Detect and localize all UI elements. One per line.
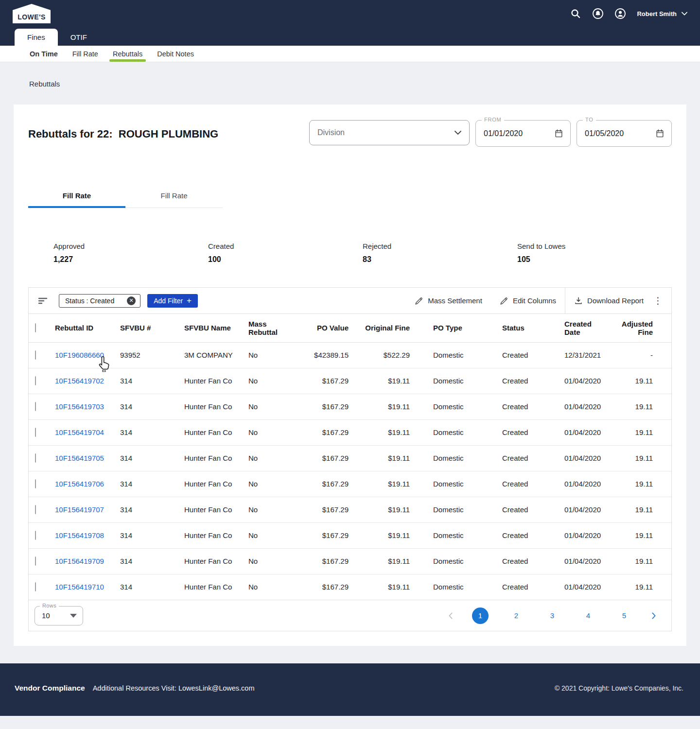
cell-sfvbu: 314 <box>116 445 180 471</box>
mass-settlement-button[interactable]: Mass Settlement <box>406 288 491 313</box>
row-checkbox[interactable] <box>35 582 36 591</box>
rebuttal-id-link[interactable]: 10F156419709 <box>55 557 104 565</box>
cell-created-date: 01/04/2020 <box>543 445 606 471</box>
user-menu[interactable]: Robert Smith <box>637 10 687 17</box>
division-select[interactable]: Division <box>309 120 470 145</box>
cell-adjusted-fine: 19.11 <box>606 574 671 600</box>
col-po-value[interactable]: PO Value <box>295 314 353 342</box>
more-options-kebab-icon[interactable]: ⋮ <box>652 295 671 306</box>
from-date-value: 01/01/2020 <box>484 129 523 138</box>
cell-adjusted-fine: - <box>606 342 671 368</box>
cell-po-value: $167.29 <box>295 471 353 497</box>
next-page-icon[interactable] <box>648 610 660 622</box>
cell-sfvbu-name: Hunter Fan Co <box>180 419 245 445</box>
cell-po-type: Domestic <box>415 548 481 574</box>
page-button-5[interactable]: 5 <box>616 608 632 624</box>
row-checkbox[interactable] <box>35 428 36 437</box>
download-report-button[interactable]: Download Report <box>565 288 652 313</box>
cell-po-value: $167.29 <box>295 368 353 394</box>
add-filter-button[interactable]: Add Filter + <box>147 294 198 308</box>
rebuttal-id-link[interactable]: 10F156419705 <box>55 454 104 462</box>
subnav-item-rebuttals[interactable]: Rebuttals <box>105 46 150 62</box>
page-button-1[interactable]: 1 <box>472 608 489 624</box>
col-sfvbu[interactable]: SFVBU # <box>116 314 180 342</box>
from-date-input[interactable]: FROM 01/01/2020 <box>475 120 571 147</box>
cell-original-fine: $19.11 <box>353 522 415 548</box>
col-adjusted-fine[interactable]: Adjusted Fine <box>606 314 671 342</box>
row-checkbox[interactable] <box>35 479 36 488</box>
filter-chip-label: Status : Created <box>65 297 114 305</box>
row-checkbox[interactable] <box>35 531 36 540</box>
cell-original-fine: $19.11 <box>353 445 415 471</box>
subnav-item-on-time[interactable]: On Time <box>22 46 65 62</box>
row-checkbox[interactable] <box>35 376 36 385</box>
edit-columns-button[interactable]: Edit Columns <box>491 288 565 313</box>
cell-sfvbu: 314 <box>116 522 180 548</box>
select-all-checkbox[interactable] <box>35 323 36 332</box>
tab-fill-rate-2[interactable]: Fill Rate <box>125 191 223 208</box>
status-filter-chip[interactable]: Status : Created ✕ <box>59 294 140 308</box>
cell-po-value: $167.29 <box>295 419 353 445</box>
col-created-date[interactable]: Created Date <box>543 314 606 342</box>
row-checkbox[interactable] <box>35 453 36 463</box>
col-po-type[interactable]: PO Type <box>415 314 481 342</box>
table-toolbar: Status : Created ✕ Add Filter + Mass Set… <box>29 288 671 314</box>
stat-value: 105 <box>517 255 672 264</box>
table-row: 10F156419708 314 Hunter Fan Co No $167.2… <box>29 522 671 548</box>
cell-mass-rebuttal: No <box>245 445 295 471</box>
rebuttal-id-link[interactable]: 10F196086660 <box>55 351 104 359</box>
page-button-4[interactable]: 4 <box>580 608 596 624</box>
rebuttals-table: Status : Created ✕ Add Filter + Mass Set… <box>28 287 672 631</box>
row-checkbox[interactable] <box>35 556 36 566</box>
subnav-item-debit-notes[interactable]: Debit Notes <box>150 46 201 62</box>
table-row: 10F156419710 314 Hunter Fan Co No $167.2… <box>29 574 671 600</box>
col-sfvbu-name[interactable]: SFVBU Name <box>180 314 245 342</box>
rebuttal-id-link[interactable]: 10F156419706 <box>55 480 104 488</box>
account-icon[interactable] <box>614 8 626 19</box>
remove-filter-icon[interactable]: ✕ <box>127 296 136 305</box>
row-checkbox[interactable] <box>35 505 36 514</box>
col-mass-rebuttal[interactable]: Mass Rebuttal <box>245 314 295 342</box>
stat-label: Approved <box>53 242 208 250</box>
primary-tab-bar: Fines OTIF <box>0 27 700 46</box>
stat-value: 100 <box>208 255 363 264</box>
col-rebuttal-id[interactable]: Rebuttal ID <box>51 314 116 342</box>
rebuttal-id-link[interactable]: 10F156419704 <box>55 428 104 436</box>
page-button-3[interactable]: 3 <box>544 608 560 624</box>
cell-sfvbu: 314 <box>116 574 180 600</box>
tab-fill-rate-1[interactable]: Fill Rate <box>28 191 125 208</box>
page-button-2[interactable]: 2 <box>508 608 525 624</box>
rebuttal-id-link[interactable]: 10F156419710 <box>55 583 104 591</box>
rebuttal-id-link[interactable]: 10F156419707 <box>55 505 104 514</box>
cell-sfvbu-name: Hunter Fan Co <box>180 445 245 471</box>
subnav-item-fill-rate[interactable]: Fill Rate <box>65 46 105 62</box>
to-date-input[interactable]: TO 01/05/2020 <box>577 120 672 147</box>
col-status[interactable]: Status <box>481 314 543 342</box>
rows-per-page-value: 10 <box>42 611 50 620</box>
rebuttal-id-link[interactable]: 10F156419708 <box>55 531 104 539</box>
previous-page-icon[interactable] <box>445 610 456 622</box>
tab-fines[interactable]: Fines <box>15 29 58 46</box>
rows-per-page-select[interactable]: Rows 10 <box>35 606 83 625</box>
table-row: 10F156419706 314 Hunter Fan Co No $167.2… <box>29 471 671 497</box>
search-icon[interactable] <box>570 8 581 19</box>
breadcrumb: Rebuttals <box>29 80 60 88</box>
table-row: 10F196086660 93952 3M COMPANY No $42389.… <box>29 342 671 368</box>
row-checkbox[interactable] <box>35 402 36 411</box>
add-filter-label: Add Filter <box>154 297 183 305</box>
cell-po-value: $42389.15 <box>295 342 353 368</box>
stat-send-to-lowes: Send to Lowes 105 <box>517 242 672 264</box>
rebuttal-id-link[interactable]: 10F156419702 <box>55 377 104 385</box>
fill-rate-tabs: Fill Rate Fill Rate <box>28 191 672 208</box>
tab-otif[interactable]: OTIF <box>58 29 100 46</box>
sort-icon[interactable] <box>38 297 49 305</box>
cell-po-value: $167.29 <box>295 445 353 471</box>
row-checkbox[interactable] <box>35 350 36 360</box>
cell-po-type: Domestic <box>415 574 481 600</box>
rebuttal-id-link[interactable]: 10F156419703 <box>55 402 104 411</box>
lowes-logo[interactable]: LOWE'S <box>13 4 51 23</box>
notifications-bell-icon[interactable] <box>592 8 604 19</box>
col-original-fine[interactable]: Original Fine <box>353 314 415 342</box>
cell-sfvbu-name: Hunter Fan Co <box>180 548 245 574</box>
cell-po-value: $167.29 <box>295 394 353 419</box>
